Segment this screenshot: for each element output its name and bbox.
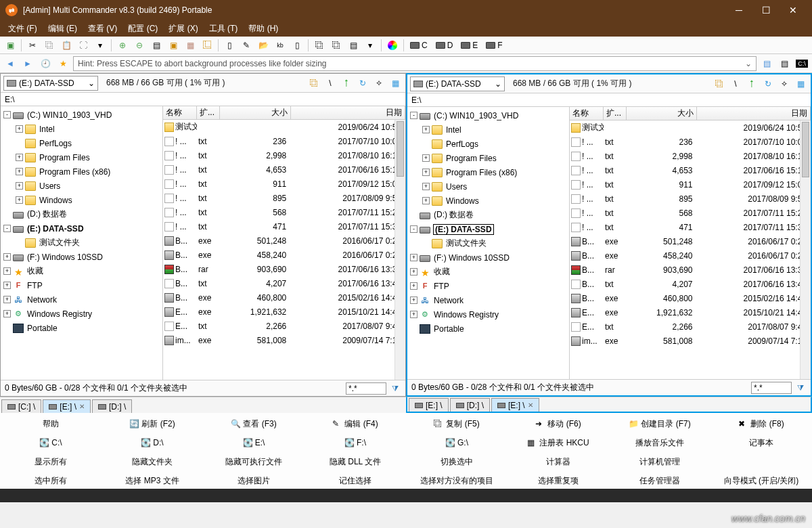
drive-select[interactable]: (E:) DATA-SSD⌄: [410, 76, 505, 91]
tree-expander[interactable]: +: [422, 169, 430, 176]
folder-open-icon[interactable]: 📂: [256, 38, 271, 53]
menu-item[interactable]: 工具 (T): [204, 21, 244, 37]
tree-node[interactable]: +Program Files: [1, 150, 162, 164]
funnel-icon[interactable]: ⧩: [794, 382, 807, 394]
menu-item[interactable]: 编辑 (E): [43, 21, 83, 37]
file-row[interactable]: E... exe 1,921,632 2015/10/21 14:44: [570, 305, 811, 320]
tree-expander[interactable]: +: [3, 267, 11, 275]
panel-tab[interactable]: [E:] \✕: [491, 398, 539, 412]
cut-icon[interactable]: ✂: [25, 38, 40, 53]
command-button[interactable]: ▦注册表 HKCU: [508, 435, 609, 451]
tree-node[interactable]: +Windows: [1, 193, 162, 207]
tree-expander[interactable]: +: [422, 197, 430, 204]
file-row[interactable]: E... txt 2,266 2017/08/07 9:44: [570, 320, 811, 334]
tree-node[interactable]: Portable: [407, 322, 569, 336]
panel-tab[interactable]: [E:] \: [409, 398, 449, 412]
menu-item[interactable]: 查看 (V): [83, 21, 122, 37]
file-row[interactable]: B... exe 460,800 2015/02/16 14:46: [570, 291, 811, 305]
wand-icon[interactable]: ✧: [777, 76, 792, 91]
tree-node[interactable]: +⚙Windows Registry: [1, 307, 162, 321]
doc-icon[interactable]: ▤: [149, 38, 164, 53]
history-button[interactable]: 🕘: [38, 56, 53, 71]
command-button[interactable]: 💽D:\: [102, 435, 203, 451]
tree-node[interactable]: -(E:) DATA-SSD: [1, 221, 162, 236]
package-icon[interactable]: ▦: [183, 38, 198, 53]
command-button[interactable]: 隐藏可执行文件: [203, 454, 304, 470]
tree-expander[interactable]: +: [410, 296, 418, 304]
panel-config2-icon[interactable]: ▤: [777, 56, 792, 71]
tree-node[interactable]: +🖧Network: [1, 292, 162, 307]
star-button[interactable]: ★: [55, 56, 70, 71]
menu-item[interactable]: 配置 (C): [122, 21, 163, 37]
tree-expander[interactable]: +: [3, 253, 11, 261]
command-button[interactable]: 播放音乐文件: [609, 435, 710, 451]
command-button[interactable]: 选中所有: [0, 472, 102, 489]
tree-expander[interactable]: +: [410, 311, 418, 318]
tree-expander[interactable]: +: [16, 125, 23, 133]
tree-expander[interactable]: +: [422, 183, 430, 190]
path-bar[interactable]: E:\: [1, 93, 405, 106]
page2-icon[interactable]: ▯: [290, 38, 304, 53]
command-button[interactable]: 💽E:\: [203, 435, 304, 451]
drive-button-F[interactable]: F: [483, 41, 505, 50]
tree-expander[interactable]: +: [16, 182, 23, 190]
refresh-icon[interactable]: ↻: [355, 76, 370, 91]
tree-node[interactable]: +★收藏: [407, 265, 569, 279]
tree-node[interactable]: -(C:) WIN10_1903_VHD: [407, 108, 569, 123]
command-button[interactable]: 隐藏 DLL 文件: [304, 454, 406, 470]
tree-expander[interactable]: -: [3, 225, 11, 232]
command-button[interactable]: 帮助: [0, 416, 102, 432]
drive-select[interactable]: (E:) DATA-SSD⌄: [3, 76, 98, 91]
tree-node[interactable]: +Users: [407, 179, 569, 194]
command-button[interactable]: 选择图片: [203, 472, 304, 489]
tree-expander[interactable]: +: [16, 196, 23, 204]
scrollbar[interactable]: [800, 120, 811, 379]
command-button[interactable]: 🔍查看 (F3): [203, 416, 304, 432]
grid-icon[interactable]: ▦: [388, 76, 403, 91]
file-row[interactable]: ! ... txt 895 2017/08/09 9:51: [163, 191, 405, 205]
tree-expander[interactable]: +: [410, 254, 418, 261]
command-button[interactable]: 记住选择: [304, 472, 406, 489]
tree-node[interactable]: (D:) 数据卷: [407, 208, 569, 222]
tree-expander[interactable]: -: [3, 111, 11, 118]
tree-node[interactable]: +Intel: [1, 122, 162, 136]
tree-node[interactable]: PerfLogs: [1, 136, 162, 150]
close-button[interactable]: ✕: [780, 0, 807, 20]
command-button[interactable]: 显示所有: [0, 454, 102, 470]
kb-icon[interactable]: kb: [273, 38, 288, 53]
command-button[interactable]: 💽F:\: [304, 435, 406, 451]
tree-expander[interactable]: -: [410, 112, 418, 119]
edit-icon[interactable]: ✎: [239, 38, 254, 53]
file-row[interactable]: 测试文... 2019/06/24 10:59: [570, 120, 811, 135]
command-button[interactable]: 切换选中: [406, 454, 508, 470]
tree-node[interactable]: +FFTP: [407, 279, 569, 293]
maximize-button[interactable]: ☐: [752, 0, 780, 20]
command-button[interactable]: ⿻复制 (F5): [406, 416, 508, 432]
path-bar[interactable]: E:\: [407, 93, 811, 107]
file-row[interactable]: ! ... txt 471 2017/07/11 15:31: [570, 220, 811, 234]
tree-node[interactable]: +Intel: [407, 123, 569, 137]
tree-node[interactable]: +★收藏: [1, 264, 162, 278]
new-icon[interactable]: ▣: [3, 38, 18, 53]
menu-item[interactable]: 文件 (F): [3, 21, 43, 37]
file-row[interactable]: ! ... txt 895 2017/08/09 9:51: [570, 192, 811, 206]
file-row[interactable]: ! ... txt 568 2017/07/11 15:29: [163, 205, 405, 219]
wand-icon[interactable]: ✧: [371, 76, 386, 91]
folder-settings-icon[interactable]: ▣: [166, 38, 181, 53]
copy-page2-icon[interactable]: ⿻: [329, 38, 344, 53]
tree-expander[interactable]: +: [422, 126, 430, 133]
file-row[interactable]: B... exe 460,800 2015/02/16 14:46: [163, 290, 405, 305]
file-row[interactable]: E... txt 2,266 2017/08/07 9:44: [163, 319, 405, 333]
file-row[interactable]: ! ... txt 4,653 2017/06/16 15:11: [163, 162, 405, 177]
tree-node[interactable]: 测试文件夹: [1, 236, 162, 250]
file-row[interactable]: 测试文... 2019/06/24 10:59: [163, 120, 405, 134]
menu-item[interactable]: 扩展 (X): [163, 21, 203, 37]
tree-node[interactable]: +Users: [1, 179, 162, 193]
file-row[interactable]: B... exe 501,248 2016/06/17 0:25: [163, 234, 405, 248]
tree-expander[interactable]: +: [3, 310, 11, 317]
panel-tab[interactable]: [C:] \: [1, 399, 41, 413]
tree-expander[interactable]: +: [16, 154, 23, 161]
filter-input[interactable]: *.*: [346, 382, 386, 395]
tab-close-icon[interactable]: ✕: [528, 401, 533, 409]
file-row[interactable]: ! ... txt 911 2017/09/12 15:00: [163, 177, 405, 191]
